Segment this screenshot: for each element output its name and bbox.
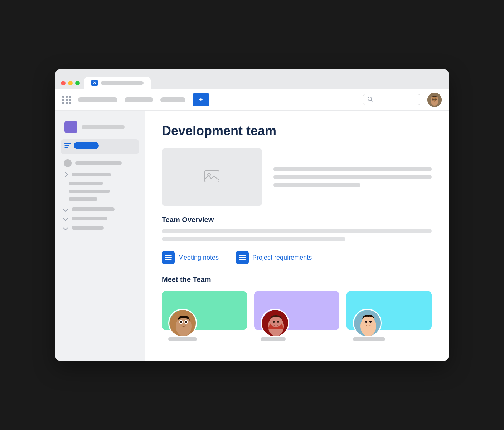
document-icon bbox=[162, 251, 175, 264]
sidebar-sub-item[interactable] bbox=[61, 188, 139, 195]
meeting-notes-label: Meeting notes bbox=[178, 254, 219, 262]
team-cards bbox=[162, 291, 432, 341]
sidebar-item-label bbox=[72, 217, 107, 220]
svg-point-24 bbox=[273, 321, 275, 323]
chevron-right-icon bbox=[63, 216, 68, 221]
svg-point-29 bbox=[365, 321, 367, 323]
apps-icon[interactable] bbox=[62, 96, 71, 104]
svg-point-9 bbox=[432, 99, 433, 99]
active-tab[interactable]: ✕ bbox=[84, 77, 151, 89]
team-overview-heading: Team Overview bbox=[162, 216, 432, 224]
sidebar-filter-section bbox=[61, 139, 139, 154]
minimize-button[interactable] bbox=[68, 81, 73, 85]
project-requirements-label: Project requirements bbox=[252, 254, 312, 262]
sidebar-item[interactable] bbox=[61, 171, 139, 179]
nav-link-3[interactable] bbox=[160, 97, 185, 102]
team-member-1-name bbox=[168, 337, 197, 341]
team-card-1 bbox=[162, 291, 247, 341]
sidebar-sub-item[interactable] bbox=[61, 180, 139, 187]
team-member-3-avatar bbox=[353, 309, 382, 337]
chevron-right-icon bbox=[63, 225, 68, 230]
search-icon bbox=[368, 97, 373, 103]
sidebar-sub-label bbox=[69, 197, 97, 201]
nav-link-2[interactable] bbox=[125, 97, 153, 102]
hero-content-pills bbox=[273, 148, 432, 206]
main-layout: Development team bbox=[55, 111, 449, 361]
hero-pill-2 bbox=[273, 175, 432, 179]
sidebar-item-label bbox=[72, 173, 111, 176]
document-icon-2 bbox=[236, 251, 249, 264]
sidebar-sub-item[interactable] bbox=[61, 196, 139, 202]
hero-section bbox=[162, 148, 432, 206]
nav-link-1[interactable] bbox=[78, 97, 117, 102]
svg-rect-11 bbox=[205, 171, 219, 182]
sidebar-item-icon bbox=[64, 159, 72, 167]
svg-point-10 bbox=[435, 99, 436, 99]
sidebar-item-label bbox=[75, 161, 122, 165]
close-button[interactable] bbox=[61, 81, 66, 85]
image-placeholder-icon bbox=[203, 169, 220, 185]
text-line-1 bbox=[162, 229, 432, 233]
filter-icon bbox=[64, 143, 71, 148]
title-bar: ✕ bbox=[55, 69, 449, 89]
sidebar-space-item[interactable] bbox=[61, 118, 139, 136]
team-member-2-avatar bbox=[261, 309, 289, 337]
chevron-down-icon bbox=[63, 172, 68, 177]
sidebar-sub-label bbox=[69, 182, 103, 185]
text-lines bbox=[162, 229, 432, 241]
sidebar bbox=[55, 111, 145, 361]
tab-favicon: ✕ bbox=[91, 80, 98, 86]
space-icon bbox=[64, 121, 77, 133]
sidebar-item[interactable] bbox=[61, 215, 139, 223]
links-row: Meeting notes Project requirements bbox=[162, 251, 432, 264]
nav-bar: + bbox=[55, 89, 449, 111]
sidebar-item[interactable] bbox=[61, 205, 139, 213]
meeting-notes-link[interactable]: Meeting notes bbox=[162, 251, 219, 264]
filter-active-label[interactable] bbox=[74, 142, 99, 149]
maximize-button[interactable] bbox=[75, 81, 80, 85]
svg-point-19 bbox=[185, 321, 187, 323]
svg-point-18 bbox=[180, 321, 182, 323]
team-member-2-name bbox=[261, 337, 286, 341]
tab-title-placeholder bbox=[101, 81, 144, 85]
svg-point-25 bbox=[277, 321, 279, 323]
search-bar[interactable] bbox=[363, 94, 420, 105]
text-line-2 bbox=[162, 237, 345, 241]
team-card-2 bbox=[254, 291, 339, 341]
sidebar-item[interactable] bbox=[61, 157, 139, 169]
chevron-right-icon bbox=[63, 207, 68, 212]
sidebar-item-label bbox=[72, 207, 115, 211]
space-title bbox=[82, 125, 125, 129]
team-member-1-avatar bbox=[168, 309, 197, 337]
sidebar-filter-row bbox=[64, 142, 135, 149]
page-title: Development team bbox=[162, 123, 432, 138]
hero-pill-1 bbox=[273, 167, 432, 171]
meet-team-heading: Meet the Team bbox=[162, 275, 432, 284]
svg-point-30 bbox=[369, 321, 372, 323]
hero-image bbox=[162, 148, 262, 206]
sidebar-sub-label bbox=[69, 190, 110, 193]
project-requirements-link[interactable]: Project requirements bbox=[236, 251, 312, 264]
create-button[interactable]: + bbox=[193, 93, 209, 106]
team-card-3 bbox=[346, 291, 432, 341]
svg-line-1 bbox=[371, 100, 372, 101]
team-member-3-name bbox=[353, 337, 385, 341]
browser-window: ✕ + bbox=[55, 69, 449, 361]
sidebar-item[interactable] bbox=[61, 224, 139, 232]
hero-pill-3 bbox=[273, 183, 360, 187]
sidebar-item-label bbox=[72, 226, 104, 230]
user-avatar[interactable] bbox=[427, 93, 442, 107]
content-area: Development team bbox=[145, 111, 449, 361]
traffic-lights bbox=[61, 81, 80, 85]
